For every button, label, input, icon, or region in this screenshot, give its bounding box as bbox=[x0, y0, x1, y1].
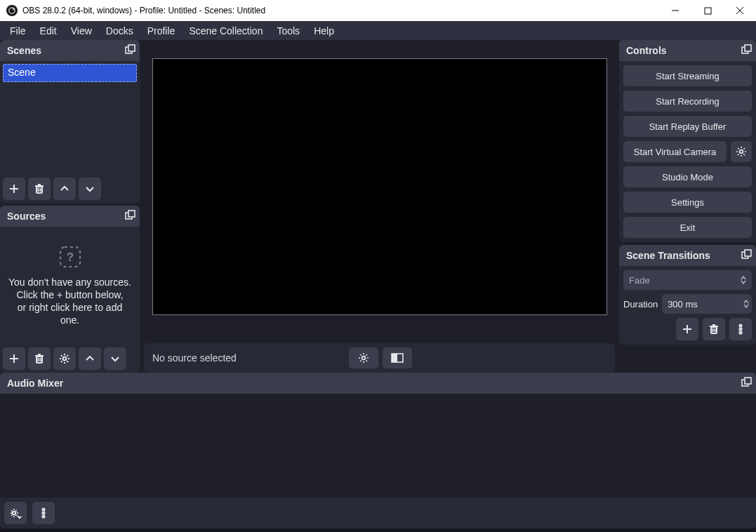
scenes-toolbar bbox=[0, 175, 140, 203]
svg-rect-8 bbox=[128, 45, 135, 51]
menu-tools[interactable]: Tools bbox=[270, 22, 307, 39]
audio-mixer-title: Audio Mixer bbox=[7, 378, 63, 389]
scene-delete-button[interactable] bbox=[28, 178, 51, 200]
transition-select[interactable]: Fade bbox=[623, 270, 752, 290]
scene-move-down-button[interactable] bbox=[79, 178, 101, 200]
transition-delete-button[interactable] bbox=[703, 318, 725, 340]
svg-point-45 bbox=[739, 331, 741, 333]
transition-add-button[interactable] bbox=[676, 318, 698, 340]
svg-rect-17 bbox=[128, 211, 135, 217]
menu-scene-collection[interactable]: Scene Collection bbox=[182, 22, 270, 39]
transition-more-button[interactable] bbox=[729, 318, 752, 340]
scenes-popout-icon[interactable] bbox=[124, 44, 135, 55]
sources-list[interactable]: ? You don't have any sources. Click the … bbox=[0, 227, 140, 345]
audio-mixer-toolbar bbox=[0, 498, 756, 528]
svg-rect-47 bbox=[745, 378, 751, 384]
svg-rect-22 bbox=[37, 357, 42, 363]
svg-point-0 bbox=[6, 5, 18, 16]
close-button[interactable] bbox=[724, 0, 756, 21]
svg-point-27 bbox=[63, 357, 67, 361]
sources-dock: Sources ? You don't have any sources. Cl… bbox=[0, 206, 140, 373]
transitions-header: Scene Transitions bbox=[619, 245, 756, 266]
menu-docks[interactable]: Docks bbox=[99, 22, 140, 39]
svg-rect-4 bbox=[705, 8, 711, 14]
menu-file[interactable]: File bbox=[3, 22, 33, 39]
source-settings-button[interactable] bbox=[349, 347, 378, 368]
preview-canvas[interactable] bbox=[152, 58, 607, 315]
scene-move-up-button[interactable] bbox=[53, 178, 76, 200]
source-add-button[interactable] bbox=[3, 347, 25, 370]
duration-label: Duration bbox=[623, 299, 658, 310]
audio-mixer-dock: Audio Mixer bbox=[0, 373, 756, 528]
svg-point-2 bbox=[13, 8, 14, 10]
svg-rect-11 bbox=[37, 187, 42, 193]
audio-advanced-button[interactable] bbox=[4, 502, 27, 524]
sources-empty-text: You don't have any sources. Click the + … bbox=[7, 276, 133, 327]
duration-value: 300 ms bbox=[668, 299, 698, 310]
menu-edit[interactable]: Edit bbox=[33, 22, 64, 39]
transition-current: Fade bbox=[629, 275, 650, 286]
controls-dock: Controls Start Streaming Start Recording… bbox=[619, 40, 756, 242]
source-context-bar: No source selected bbox=[144, 343, 615, 373]
transitions-popout-icon[interactable] bbox=[741, 249, 752, 260]
scenes-dock: Scenes Scene bbox=[0, 40, 140, 203]
studio-mode-button[interactable]: Studio Mode bbox=[623, 166, 752, 187]
audio-mixer-header: Audio Mixer bbox=[0, 373, 756, 394]
start-recording-button[interactable]: Start Recording bbox=[623, 91, 752, 112]
scenes-list[interactable]: Scene bbox=[0, 61, 140, 175]
scene-item[interactable]: Scene bbox=[3, 64, 137, 82]
audio-mixer-body bbox=[0, 394, 756, 498]
start-streaming-button[interactable]: Start Streaming bbox=[623, 65, 752, 86]
minimize-button[interactable] bbox=[659, 0, 691, 21]
titlebar: OBS 28.0.2 (64-bit, windows) - Profile: … bbox=[0, 0, 756, 21]
sources-title: Sources bbox=[7, 211, 46, 222]
controls-header: Controls bbox=[619, 40, 756, 61]
source-move-down-button[interactable] bbox=[104, 347, 126, 370]
window-title: OBS 28.0.2 (64-bit, windows) - Profile: … bbox=[22, 6, 659, 15]
statusbar: LIVE: 00:00:00 REC: 00:00:00 CPU: 0.5%, … bbox=[0, 528, 756, 532]
controls-popout-icon[interactable] bbox=[741, 44, 752, 55]
app-logo-icon bbox=[6, 4, 18, 17]
svg-rect-32 bbox=[745, 45, 751, 51]
svg-point-43 bbox=[739, 324, 741, 326]
exit-button[interactable]: Exit bbox=[623, 217, 752, 238]
menu-profile[interactable]: Profile bbox=[140, 22, 183, 39]
menu-help[interactable]: Help bbox=[307, 22, 341, 39]
source-properties-button[interactable] bbox=[53, 347, 76, 370]
sources-empty-icon: ? bbox=[58, 245, 82, 269]
menubar: File Edit View Docks Profile Scene Colle… bbox=[0, 21, 756, 40]
settings-button[interactable]: Settings bbox=[623, 192, 752, 213]
virtual-camera-settings-button[interactable] bbox=[731, 141, 752, 162]
transitions-dock: Scene Transitions Fade Duration 300 ms bbox=[619, 245, 756, 345]
audio-more-button[interactable] bbox=[32, 502, 55, 524]
controls-title: Controls bbox=[626, 45, 667, 56]
scene-add-button[interactable] bbox=[3, 178, 25, 200]
scenes-header: Scenes bbox=[0, 40, 140, 61]
svg-text:?: ? bbox=[66, 251, 73, 264]
preview-area[interactable] bbox=[144, 40, 615, 331]
maximize-button[interactable] bbox=[691, 0, 724, 21]
transitions-title: Scene Transitions bbox=[626, 250, 710, 261]
source-move-up-button[interactable] bbox=[79, 347, 101, 370]
sources-header: Sources bbox=[0, 206, 140, 227]
svg-rect-35 bbox=[745, 250, 751, 256]
svg-rect-30 bbox=[392, 354, 397, 362]
svg-point-50 bbox=[42, 512, 44, 514]
sources-toolbar bbox=[0, 345, 140, 373]
transition-select-arrows-icon bbox=[741, 276, 746, 284]
svg-point-28 bbox=[362, 357, 365, 360]
menu-view[interactable]: View bbox=[64, 22, 99, 39]
svg-point-33 bbox=[740, 150, 743, 154]
start-virtual-camera-button[interactable]: Start Virtual Camera bbox=[623, 141, 727, 162]
sources-popout-icon[interactable] bbox=[124, 210, 135, 221]
source-delete-button[interactable] bbox=[28, 347, 51, 370]
svg-point-49 bbox=[42, 508, 44, 510]
source-bar-label: No source selected bbox=[151, 352, 345, 364]
start-replay-buffer-button[interactable]: Start Replay Buffer bbox=[623, 116, 752, 137]
svg-rect-38 bbox=[711, 327, 717, 333]
duration-input[interactable]: 300 ms bbox=[662, 294, 752, 314]
duration-spinner-icon[interactable] bbox=[743, 300, 749, 308]
audio-mixer-popout-icon[interactable] bbox=[741, 377, 752, 388]
source-filters-button[interactable] bbox=[383, 347, 412, 368]
svg-point-44 bbox=[739, 328, 741, 330]
